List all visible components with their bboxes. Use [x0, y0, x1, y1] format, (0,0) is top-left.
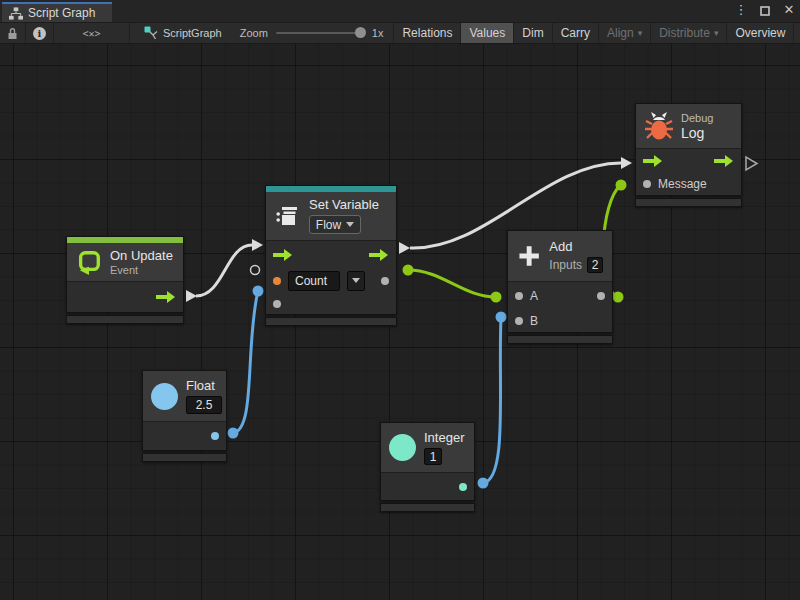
relations-button[interactable]: Relations: [394, 23, 461, 43]
wire-flow-onupdate-setvariable[interactable]: [186, 239, 263, 302]
float-type-icon: [151, 383, 178, 410]
value-output-port[interactable]: [381, 277, 389, 285]
input-b-label: B: [530, 314, 538, 328]
lock-button[interactable]: [0, 23, 26, 43]
chevron-down-icon: ▾: [638, 28, 643, 38]
node-title: Add: [549, 239, 603, 254]
node-title: Float: [186, 378, 222, 393]
script-graph-icon: [144, 26, 158, 40]
chevron-down-icon: ▾: [714, 28, 719, 38]
flow-output-port[interactable]: [369, 249, 389, 261]
toolbar-button-group: Relations Values Dim Carry Align▾ Distri…: [393, 23, 800, 43]
node-footer: [66, 315, 184, 324]
inputs-label: Inputs: [549, 258, 582, 272]
set-variable-icon: [275, 203, 301, 229]
node-footer: [142, 453, 227, 462]
float-value-field[interactable]: 2.5: [186, 396, 222, 414]
inspect-button[interactable]: i: [26, 23, 54, 43]
inputs-count-field[interactable]: 2: [587, 257, 603, 273]
zoom-control: Zoom 1x: [232, 23, 392, 43]
wire-value-integer-add[interactable]: [478, 312, 507, 489]
close-icon[interactable]: ✕: [782, 3, 796, 17]
code-brackets-icon: <✕>: [82, 28, 100, 39]
graph-reference[interactable]: ScriptGraph: [130, 23, 232, 43]
graph-canvas[interactable]: On Update Event: [0, 44, 800, 600]
input-b-port[interactable]: [515, 317, 523, 325]
variable-picker-button[interactable]: [347, 271, 365, 291]
unconnected-port-circle[interactable]: [251, 266, 260, 275]
graph-toolbar: i <✕> ScriptGraph Zoom 1x Relations Valu…: [0, 22, 800, 44]
loop-event-icon: [76, 249, 102, 275]
message-label: Message: [658, 177, 707, 191]
node-integer[interactable]: Integer 1: [380, 422, 475, 512]
zoom-slider-handle[interactable]: [355, 27, 366, 38]
flow-input-port[interactable]: [643, 155, 663, 167]
node-footer: [635, 198, 742, 207]
dim-button[interactable]: Dim: [514, 23, 552, 43]
tab-script-graph[interactable]: Script Graph: [2, 2, 112, 22]
lock-icon: [7, 27, 18, 40]
integer-output-port[interactable]: [459, 483, 467, 491]
unconnected-flow-triangle[interactable]: [746, 157, 757, 170]
wire-value-float-setvariable[interactable]: [228, 286, 264, 439]
variable-name-field[interactable]: Count: [288, 271, 340, 291]
value-input-port[interactable]: [273, 300, 281, 308]
fullscreen-button[interactable]: Full Screen: [794, 23, 800, 43]
node-set-variable[interactable]: Set Variable Flow: [265, 185, 397, 326]
flow-input-port[interactable]: [273, 249, 293, 261]
integer-type-icon: [389, 434, 416, 461]
node-title: Set Variable: [309, 197, 379, 212]
values-button[interactable]: Values: [461, 23, 514, 43]
variable-name-port[interactable]: [273, 277, 281, 285]
input-a-port[interactable]: [515, 292, 523, 300]
add-plus-icon: [517, 241, 541, 271]
node-subtitle: Event: [110, 264, 173, 276]
variable-kind-dropdown[interactable]: Flow: [309, 215, 361, 234]
window-controls: ⋮ ✕: [734, 3, 796, 17]
code-view-button[interactable]: <✕>: [54, 23, 130, 43]
sum-output-port[interactable]: [597, 292, 605, 300]
node-on-update[interactable]: On Update Event: [66, 236, 184, 324]
align-dropdown-button[interactable]: Align▾: [599, 23, 651, 43]
overview-button[interactable]: Overview: [727, 23, 794, 43]
bug-icon: [645, 110, 673, 142]
flow-output-port[interactable]: [714, 155, 734, 167]
node-title: On Update: [110, 248, 173, 263]
maximize-icon[interactable]: [758, 4, 772, 16]
zoom-label: Zoom: [240, 27, 268, 39]
integer-value-field[interactable]: 1: [424, 448, 442, 465]
input-a-label: A: [530, 289, 538, 303]
flow-output-port[interactable]: [156, 291, 176, 303]
tab-title: Script Graph: [28, 6, 95, 20]
distribute-dropdown-button[interactable]: Distribute▾: [651, 23, 727, 43]
node-title: Log: [681, 125, 713, 141]
float-output-port[interactable]: [211, 432, 219, 440]
node-footer: [265, 317, 397, 326]
node-kicker: Debug: [681, 112, 713, 124]
graph-hierarchy-icon: [9, 7, 23, 20]
node-footer: [380, 503, 475, 512]
zoom-value: 1x: [372, 27, 384, 39]
carry-button[interactable]: Carry: [553, 23, 599, 43]
zoom-slider[interactable]: [276, 32, 364, 34]
chevron-down-icon: [346, 222, 354, 227]
graph-reference-label: ScriptGraph: [163, 27, 222, 39]
node-add[interactable]: Add Inputs 2 A B: [507, 230, 613, 344]
node-debug-log[interactable]: Debug Log Message: [635, 103, 742, 207]
wire-value-setvariable-add[interactable]: [403, 265, 502, 303]
node-footer: [507, 335, 613, 344]
chevron-down-icon: [352, 278, 360, 283]
node-float[interactable]: Float 2.5: [142, 370, 227, 462]
kebab-menu-icon[interactable]: ⋮: [734, 3, 748, 17]
unity-script-graph-window: Script Graph ⋮ ✕ i <✕>: [0, 0, 800, 600]
message-input-port[interactable]: [643, 180, 651, 188]
toolbar-left-group: i <✕>: [0, 23, 130, 43]
node-title: Integer: [424, 430, 464, 445]
window-titlebar: Script Graph ⋮ ✕: [0, 0, 800, 22]
info-icon: i: [33, 27, 46, 40]
